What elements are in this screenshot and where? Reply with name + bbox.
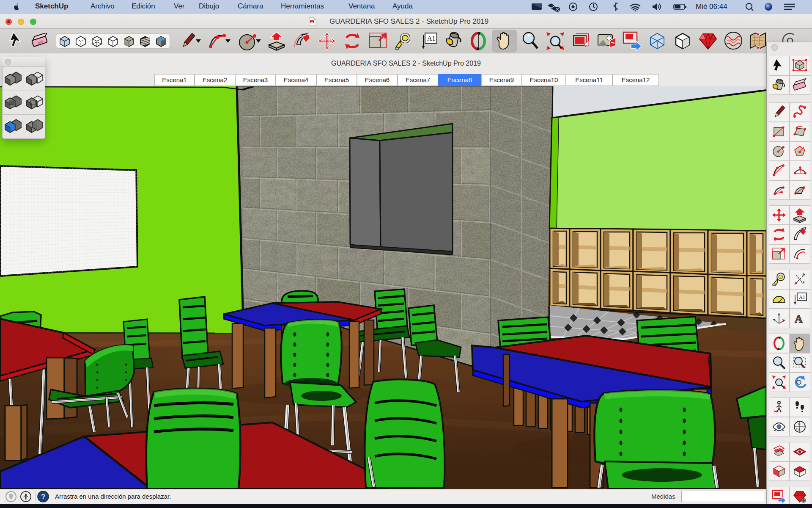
svg-text:3: 3 (802, 273, 804, 277)
svg-text:Mié 06:44: Mié 06:44 (696, 3, 727, 11)
svg-text:A1: A1 (799, 294, 805, 300)
svg-text:A-B: A-B (796, 428, 801, 431)
svg-text:A1: A1 (427, 35, 436, 42)
svg-text:C: C (798, 422, 801, 426)
svg-text:?: ? (41, 493, 45, 501)
svg-text:A: A (795, 313, 803, 325)
